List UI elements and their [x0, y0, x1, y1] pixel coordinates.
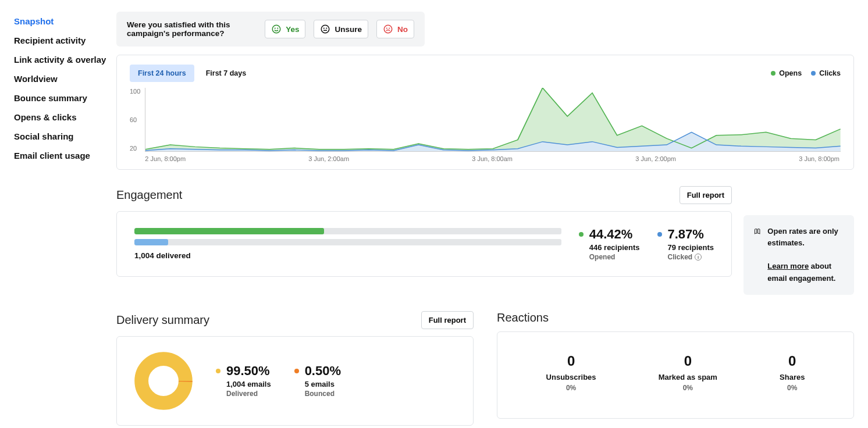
svg-point-4: [324, 28, 325, 28]
feedback-no-label: No: [397, 25, 408, 34]
delivery-full-report-button[interactable]: Full report: [421, 311, 474, 329]
feedback-question: Were you satisfied with this campaign's …: [127, 20, 257, 38]
legend-opens: Opens: [771, 69, 802, 77]
feedback-yes-label: Yes: [286, 25, 299, 34]
sidebar: Snapshot Recipient activity Link activit…: [14, 12, 101, 426]
svg-point-2: [278, 28, 278, 28]
delivered-stat: 99.50% 1,004 emails Delivered: [216, 363, 271, 398]
engagement-title: Engagement: [116, 188, 182, 202]
svg-point-8: [389, 28, 390, 28]
svg-point-3: [322, 25, 330, 33]
svg-point-0: [272, 25, 280, 33]
feedback-no-button[interactable]: No: [376, 20, 414, 38]
chart-x-axis: 2 Jun, 8:00pm 3 Jun, 2:00am 3 Jun, 8:00a…: [145, 155, 841, 162]
range-tab-24h[interactable]: First 24 hours: [130, 65, 194, 82]
book-icon: [754, 226, 760, 237]
sidebar-item-email-client-usage[interactable]: Email client usage: [14, 146, 101, 165]
range-tab-7d[interactable]: First 7 days: [198, 65, 254, 82]
info-icon[interactable]: i: [695, 254, 702, 261]
frown-icon: [383, 24, 393, 34]
chart-legend: Opens Clicks: [771, 69, 841, 77]
reaction-shares: 0 Shares 0%: [780, 353, 805, 392]
click-bar: [134, 239, 561, 245]
svg-point-1: [275, 28, 276, 28]
aside-line1: Open rates are only estimates.: [767, 227, 838, 247]
delivered-label: 1,004 delivered: [134, 251, 561, 260]
svg-point-9: [141, 359, 186, 403]
delivery-title: Delivery summary: [116, 313, 209, 327]
range-tabs: First 24 hours First 7 days: [130, 65, 254, 82]
reaction-spam: 0 Marked as spam 0%: [659, 353, 717, 392]
feedback-yes-button[interactable]: Yes: [265, 20, 305, 38]
reaction-unsubscribes: 0 Unsubscribes 0%: [546, 353, 596, 392]
delivery-donut: [134, 352, 193, 410]
engagement-full-report-button[interactable]: Full report: [680, 186, 732, 204]
chart-y-axis: 100 60 20: [130, 88, 145, 152]
delivery-card: 99.50% 1,004 emails Delivered 0.50% 5 em…: [116, 336, 474, 426]
smile-icon: [271, 24, 282, 34]
reactions-card: 0 Unsubscribes 0% 0 Marked as spam 0% 0 …: [497, 331, 854, 419]
aside-learn-more-link[interactable]: Learn more: [767, 262, 809, 270]
sidebar-item-social-sharing[interactable]: Social sharing: [14, 127, 101, 146]
svg-point-7: [386, 28, 387, 28]
svg-point-5: [326, 28, 327, 28]
feedback-bar: Were you satisfied with this campaign's …: [116, 12, 425, 47]
sidebar-item-worldview[interactable]: Worldview: [14, 69, 101, 88]
legend-clicks: Clicks: [811, 69, 841, 77]
click-stat: 7.87% 79 recipients Clickedi: [657, 227, 714, 261]
sidebar-item-snapshot[interactable]: Snapshot: [14, 12, 101, 31]
sidebar-item-bounce-summary[interactable]: Bounce summary: [14, 88, 101, 108]
feedback-unsure-button[interactable]: Unsure: [314, 20, 368, 38]
open-bar: [134, 228, 561, 234]
sidebar-item-recipient-activity[interactable]: Recipient activity: [14, 31, 101, 50]
sidebar-item-opens-clicks[interactable]: Opens & clicks: [14, 108, 101, 127]
engagement-aside: Open rates are only estimates. Learn mor…: [744, 215, 854, 295]
chart-plot: [145, 88, 841, 152]
engagement-card: 1,004 delivered 44.42% 446 recipients Op…: [116, 211, 732, 277]
feedback-unsure-label: Unsure: [335, 25, 362, 34]
svg-point-6: [384, 25, 392, 33]
neutral-icon: [320, 24, 330, 34]
bounced-stat: 0.50% 5 emails Bounced: [294, 363, 341, 398]
open-stat: 44.42% 446 recipients Opened: [579, 227, 640, 261]
sidebar-item-link-activity[interactable]: Link activity & overlay: [14, 50, 101, 69]
chart-panel: First 24 hours First 7 days Opens Clicks…: [116, 55, 854, 170]
reactions-title: Reactions: [497, 311, 549, 324]
